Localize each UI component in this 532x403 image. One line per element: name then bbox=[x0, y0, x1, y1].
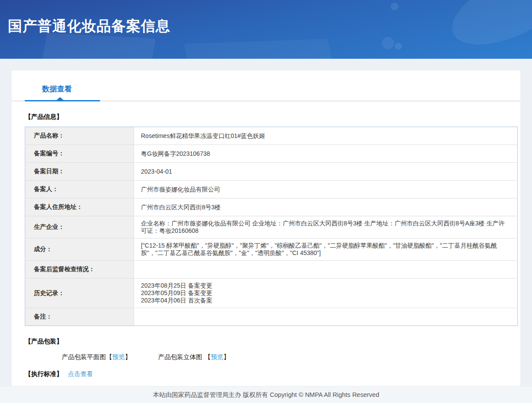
row-value: 企业名称：广州市薇姿娜化妆品有限公司 企业地址：广州市白云区大冈西街8号3楼 生… bbox=[134, 216, 518, 238]
bracket-close: 】 bbox=[125, 353, 131, 360]
page-title: 国产普通化妆品备案信息 bbox=[8, 17, 171, 36]
decor-circle-2 bbox=[382, 37, 394, 49]
packaging-stereo-label: 产品包装立体图 bbox=[158, 353, 203, 360]
row-value: 2023年08月25日 备案变更 2023年05月09日 备案变更 2023年0… bbox=[134, 279, 518, 308]
row-label: 备案后监督检查情况： bbox=[25, 261, 134, 279]
packaging-stereo-preview-link[interactable]: 预览 bbox=[211, 353, 224, 360]
footer-copyright-text: 本站由国家药品监督管理局主办 版权所有 Copyright © NMPA All… bbox=[153, 391, 379, 398]
standards-label: 【执行标准】 bbox=[25, 370, 63, 377]
page-header: 国产普通化妆品备案信息 bbox=[0, 0, 532, 59]
table-row-supervision-check: 备案后监督检查情况： bbox=[25, 261, 518, 279]
standards-row: 【执行标准】点击查看 bbox=[25, 370, 518, 378]
packaging-flat-group: 产品包装平面图【预览】 bbox=[62, 353, 131, 361]
row-label: 备案人： bbox=[25, 181, 134, 198]
row-label: 成分： bbox=[25, 238, 134, 261]
decor-ellipse bbox=[442, 0, 532, 59]
bracket-open: 【 bbox=[204, 353, 211, 360]
table-row-registration-date: 备案日期： 2023-04-01 bbox=[25, 163, 518, 181]
tab-bar: 数据查看 bbox=[12, 71, 520, 101]
table-row-registrant: 备案人： 广州市薇姿娜化妆品有限公司 bbox=[25, 181, 518, 198]
row-label: 备案人住所地址： bbox=[25, 198, 134, 216]
row-value bbox=[134, 261, 518, 279]
packaging-stereo-group: 产品包装立体图【预览】 bbox=[158, 353, 230, 361]
bracket-close: 】 bbox=[224, 353, 230, 360]
row-value bbox=[134, 308, 518, 326]
standards-view-link[interactable]: 点击查看 bbox=[68, 370, 93, 377]
row-label: 备案日期： bbox=[25, 163, 134, 181]
page-footer: 本站由国家药品监督管理局主办 版权所有 Copyright © NMPA All… bbox=[0, 386, 532, 403]
row-label: 备注： bbox=[25, 308, 134, 326]
row-value: 2023-04-01 bbox=[134, 163, 518, 181]
table-row-registration-number: 备案编号： 粤G妆网备字2023106738 bbox=[25, 145, 518, 163]
packaging-flat-preview-link[interactable]: 预览 bbox=[112, 353, 125, 360]
row-value: 广州市白云区大冈西街8号3楼 bbox=[134, 198, 518, 216]
decor-circle-3 bbox=[395, 43, 402, 50]
section-title-packaging: 【产品包装】 bbox=[25, 337, 518, 346]
row-value: 粤G妆网备字2023106738 bbox=[134, 145, 518, 163]
main-content: 【产品信息】 产品名称： Rosetimes鲜花精华果冻温变口红01#蓝色妖姬 … bbox=[12, 113, 520, 395]
table-row-ingredients: 成分： ["C12-15 醇苯甲酸酯"，"异硬脂醇"，"聚异丁烯"，"棕榈酸乙基… bbox=[25, 238, 518, 261]
row-value: Rosetimes鲜花精华果冻温变口红01#蓝色妖姬 bbox=[134, 127, 518, 145]
table-row-registrant-address: 备案人住所地址： 广州市白云区大冈西街8号3楼 bbox=[25, 198, 518, 216]
row-value: 广州市薇姿娜化妆品有限公司 bbox=[134, 181, 518, 198]
row-label: 历史记录： bbox=[25, 279, 134, 308]
row-label: 生产企业： bbox=[25, 216, 134, 238]
packaging-flat-label: 产品包装平面图 bbox=[62, 353, 106, 360]
row-value: ["C12-15 醇苯甲酸酯"，"异硬脂醇"，"聚异丁烯"，"棕榈酸乙基己酯"，… bbox=[134, 238, 518, 261]
table-row-history: 历史记录： 2023年08月25日 备案变更 2023年05月09日 备案变更 … bbox=[25, 279, 518, 308]
table-row-remarks: 备注： bbox=[25, 308, 518, 326]
packaging-row: 产品包装平面图【预览】 产品包装立体图【预览】 bbox=[25, 353, 518, 361]
section-title-product-info: 【产品信息】 bbox=[25, 113, 518, 121]
bracket-open: 【 bbox=[106, 353, 113, 360]
tab-active-indicator bbox=[25, 100, 100, 101]
decor-circle-1 bbox=[391, 3, 398, 10]
product-info-table: 产品名称： Rosetimes鲜花精华果冻温变口红01#蓝色妖姬 备案编号： 粤… bbox=[25, 127, 518, 326]
tab-underline bbox=[12, 100, 520, 101]
table-row-manufacturer: 生产企业： 企业名称：广州市薇姿娜化妆品有限公司 企业地址：广州市白云区大冈西街… bbox=[25, 216, 518, 238]
decor-cube-shape bbox=[40, 33, 156, 59]
row-label: 备案编号： bbox=[25, 145, 134, 163]
decor-cube-shape-2 bbox=[184, 39, 334, 59]
table-row-product-name: 产品名称： Rosetimes鲜花精华果冻温变口红01#蓝色妖姬 bbox=[25, 127, 518, 145]
row-label: 产品名称： bbox=[25, 127, 134, 145]
content-card: 数据查看 【产品信息】 产品名称： Rosetimes鲜花精华果冻温变口红01#… bbox=[12, 71, 520, 403]
